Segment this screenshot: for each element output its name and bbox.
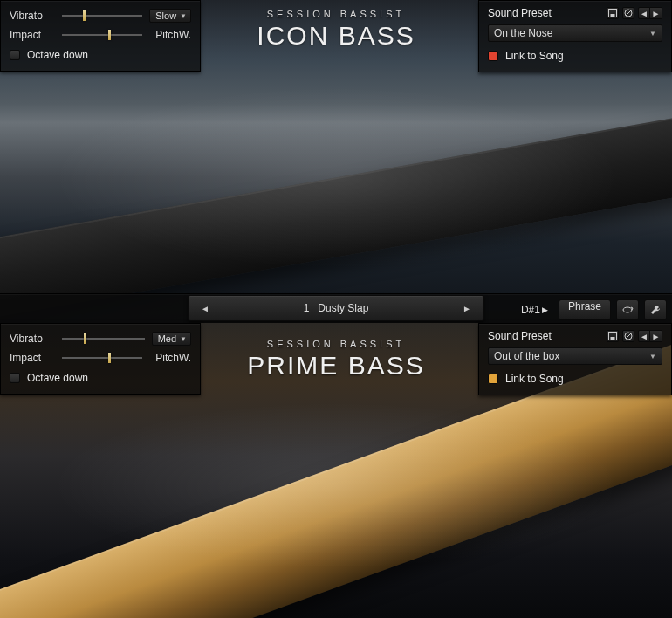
next-pattern-button[interactable]: ► bbox=[459, 304, 475, 313]
pattern-title: Dusty Slap bbox=[318, 302, 368, 314]
svg-rect-1 bbox=[611, 14, 615, 17]
chevron-down-icon: ▼ bbox=[649, 353, 656, 360]
vibrato-row: Vibrato Slow ▼ bbox=[10, 6, 191, 25]
pattern-bar: ◄ 1 Dusty Slap ► D#1 ▶ Phrase bbox=[0, 293, 672, 323]
chevron-down-icon: ▼ bbox=[180, 12, 187, 20]
link-to-song-checkbox[interactable] bbox=[488, 51, 498, 61]
vibrato-speed-dropdown[interactable]: Med ▼ bbox=[152, 332, 191, 346]
vibrato-slider[interactable] bbox=[62, 11, 142, 20]
impact-row: Impact PitchW. bbox=[10, 348, 191, 367]
impact-slider[interactable] bbox=[62, 31, 142, 39]
octave-down-label: Octave down bbox=[27, 372, 88, 384]
svg-rect-5 bbox=[611, 337, 615, 340]
sound-preset-header: Sound Preset ◄ ► bbox=[488, 5, 662, 21]
loop-icon bbox=[621, 305, 634, 315]
prev-pattern-button[interactable]: ◄ bbox=[197, 304, 213, 313]
chevron-down-icon: ▼ bbox=[180, 335, 187, 343]
no-icon bbox=[624, 9, 633, 17]
link-to-song-label: Link to Song bbox=[505, 50, 564, 62]
wrench-icon bbox=[649, 304, 662, 316]
title-block: SESSION BASSIST PRIME BASS bbox=[247, 339, 424, 381]
vibrato-speed-dropdown[interactable]: Slow ▼ bbox=[149, 9, 191, 23]
disable-preset-icon[interactable] bbox=[622, 330, 634, 342]
floppy-icon bbox=[608, 332, 617, 340]
link-to-song-label: Link to Song bbox=[505, 373, 564, 385]
instrument-icon-bass: Vibrato Slow ▼ Impact PitchW. Octave dow… bbox=[0, 0, 672, 323]
sound-preset-label: Sound Preset bbox=[488, 330, 552, 342]
disable-preset-icon[interactable] bbox=[622, 7, 634, 19]
pitchwheel-label: PitchW. bbox=[149, 29, 191, 41]
octave-down-checkbox[interactable] bbox=[10, 373, 20, 383]
vibrato-slider[interactable] bbox=[62, 334, 145, 343]
key-value: D#1 bbox=[521, 304, 540, 316]
slider-thumb[interactable] bbox=[84, 333, 86, 344]
next-preset-button[interactable]: ► bbox=[650, 330, 662, 342]
save-preset-icon[interactable] bbox=[607, 7, 619, 19]
settings-button[interactable] bbox=[644, 299, 667, 320]
vibrato-label: Vibrato bbox=[10, 333, 55, 345]
bass-neck-art bbox=[0, 101, 672, 323]
sound-preset-panel: Sound Preset ◄ ► On the Nose ▼ Link to S… bbox=[478, 0, 672, 72]
pattern-index: 1 bbox=[304, 302, 310, 314]
pattern-bar-right: D#1 ▶ Phrase bbox=[516, 299, 667, 320]
octave-down-row: Octave down bbox=[10, 46, 191, 64]
pitchwheel-label: PitchW. bbox=[149, 352, 191, 364]
impact-row: Impact PitchW. bbox=[10, 25, 191, 45]
slider-track bbox=[62, 34, 142, 36]
title-block: SESSION BASSIST ICON BASS bbox=[257, 9, 415, 51]
phrase-button[interactable]: Phrase bbox=[559, 299, 611, 320]
pattern-selector: ◄ 1 Dusty Slap ► bbox=[188, 295, 484, 321]
key-display[interactable]: D#1 ▶ bbox=[516, 300, 553, 319]
sound-preset-dropdown[interactable]: On the Nose ▼ bbox=[488, 24, 662, 42]
floppy-icon bbox=[608, 9, 617, 17]
product-line-label: SESSION BASSIST bbox=[257, 9, 415, 19]
sound-preset-dropdown[interactable]: Out of the box ▼ bbox=[488, 347, 662, 365]
slider-track bbox=[62, 338, 145, 340]
next-preset-button[interactable]: ► bbox=[650, 7, 662, 19]
slider-track bbox=[62, 357, 142, 359]
product-line-label: SESSION BASSIST bbox=[247, 339, 424, 349]
octave-down-label: Octave down bbox=[27, 49, 88, 61]
prev-preset-button[interactable]: ◄ bbox=[638, 7, 650, 19]
play-icon: ▶ bbox=[542, 306, 548, 314]
link-to-song-checkbox[interactable] bbox=[488, 374, 498, 384]
vibrato-row: Vibrato Med ▼ bbox=[10, 329, 191, 348]
octave-down-row: Octave down bbox=[10, 369, 191, 387]
chevron-down-icon: ▼ bbox=[649, 30, 656, 38]
slider-track bbox=[62, 15, 142, 17]
sound-preset-panel: Sound Preset ◄ ► Out of the box ▼ Link t… bbox=[478, 323, 672, 395]
vibrato-speed-value: Med bbox=[158, 333, 176, 344]
octave-down-checkbox[interactable] bbox=[10, 50, 20, 60]
sound-preset-value: On the Nose bbox=[494, 27, 552, 39]
instrument-prime-bass: Vibrato Med ▼ Impact PitchW. Octave down… bbox=[0, 323, 672, 618]
performance-panel: Vibrato Med ▼ Impact PitchW. Octave down bbox=[0, 323, 201, 395]
slider-thumb[interactable] bbox=[83, 10, 86, 21]
impact-label: Impact bbox=[10, 352, 55, 364]
link-to-song-row: Link to Song bbox=[488, 370, 662, 388]
no-icon bbox=[624, 332, 633, 340]
sound-preset-header: Sound Preset ◄ ► bbox=[488, 328, 662, 344]
save-preset-icon[interactable] bbox=[607, 330, 619, 342]
performance-panel: Vibrato Slow ▼ Impact PitchW. Octave dow… bbox=[0, 0, 201, 72]
svg-line-7 bbox=[626, 333, 631, 339]
prev-preset-button[interactable]: ◄ bbox=[638, 330, 650, 342]
vibrato-label: Vibrato bbox=[10, 10, 55, 22]
pattern-name[interactable]: 1 Dusty Slap bbox=[213, 302, 459, 314]
instrument-title: ICON BASS bbox=[257, 21, 415, 51]
impact-label: Impact bbox=[10, 29, 55, 41]
impact-slider[interactable] bbox=[62, 354, 142, 362]
sound-preset-value: Out of the box bbox=[494, 350, 559, 362]
svg-line-3 bbox=[626, 10, 631, 16]
slider-thumb[interactable] bbox=[108, 30, 111, 40]
link-to-song-row: Link to Song bbox=[488, 47, 662, 65]
instrument-title: PRIME BASS bbox=[247, 351, 424, 381]
slider-thumb[interactable] bbox=[108, 353, 111, 363]
sound-preset-label: Sound Preset bbox=[488, 7, 552, 19]
vibrato-speed-value: Slow bbox=[155, 10, 176, 21]
loop-button[interactable] bbox=[616, 299, 639, 320]
